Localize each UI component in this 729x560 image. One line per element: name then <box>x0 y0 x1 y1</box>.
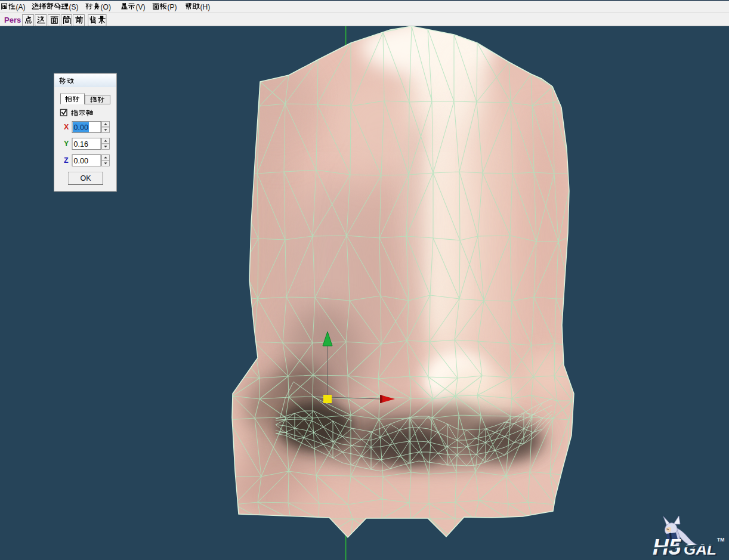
svg-text:(P): (P) <box>168 3 177 11</box>
svg-text:Pers: Pers <box>4 16 21 24</box>
svg-text:0.00: 0.00 <box>74 123 88 132</box>
svg-text:X: X <box>64 123 69 131</box>
svg-text:Z: Z <box>64 156 69 165</box>
svg-text:GAL: GAL <box>684 540 716 558</box>
svg-text:0.16: 0.16 <box>74 140 88 148</box>
svg-text:(A): (A) <box>16 3 26 11</box>
svg-text:(O): (O) <box>101 3 111 11</box>
svg-text:Y: Y <box>64 140 69 148</box>
svg-text:(S): (S) <box>69 3 79 11</box>
svg-text:OK: OK <box>80 174 91 182</box>
svg-text:(H): (H) <box>200 3 211 11</box>
svg-text:0.00: 0.00 <box>74 157 88 165</box>
svg-text:(V): (V) <box>136 3 146 11</box>
svg-text:TM: TM <box>717 537 724 543</box>
